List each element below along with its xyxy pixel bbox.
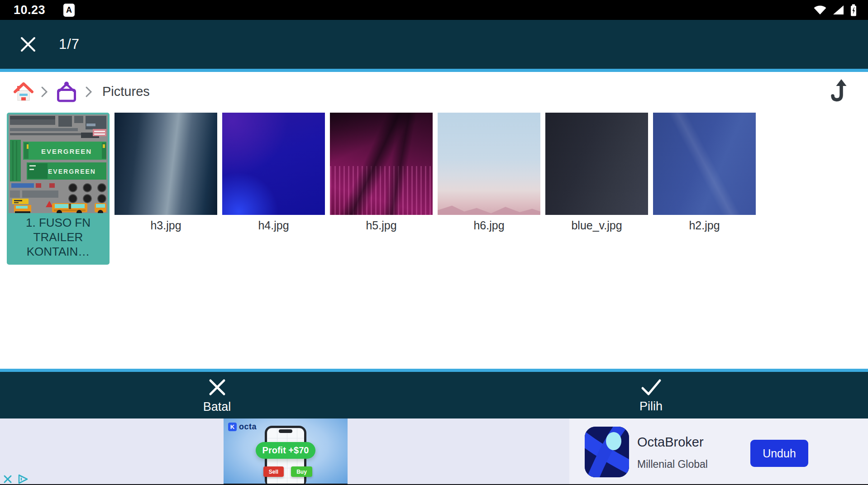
cancel-x-icon <box>207 377 228 398</box>
selected-file-label: 1. FUSO FN TRAILER KONTAIN… <box>9 213 108 263</box>
file-name: h3.jpg <box>114 219 217 232</box>
header-accent-line <box>0 69 868 72</box>
file-name: blue_v.jpg <box>545 219 648 232</box>
sell-button: Sell <box>263 466 284 477</box>
svg-text:EVERGREEN: EVERGREEN <box>48 168 96 175</box>
image-thumbnail <box>222 113 325 215</box>
wifi-icon <box>813 5 827 15</box>
gallery-folder-icon[interactable] <box>55 81 78 102</box>
file-name: h6.jpg <box>438 219 540 232</box>
grid-item[interactable]: blue_v.jpg <box>545 113 648 232</box>
file-grid: EVERGREEN EVERGREEN <box>0 111 868 369</box>
battery-charging-icon <box>850 4 857 17</box>
buy-button: Buy <box>291 466 312 477</box>
current-folder-label[interactable]: Pictures <box>102 84 150 99</box>
svg-text:EVERGREEN: EVERGREEN <box>41 147 92 155</box>
chevron-right-icon <box>85 86 92 98</box>
cellular-signal-icon <box>832 5 844 15</box>
notification-app-icon: A <box>63 4 75 17</box>
octabroker-app-icon[interactable] <box>585 427 629 477</box>
profit-pill: Profit +$70 <box>256 442 315 459</box>
image-thumbnail <box>545 113 648 215</box>
status-bar: 10.23 A <box>0 0 868 20</box>
image-thumbnail <box>438 113 540 215</box>
file-name: h5.jpg <box>330 219 433 232</box>
ad-banner: K octa Profit +$70 Sell Buy OctaBroker M… <box>0 418 868 485</box>
cancel-label: Batal <box>203 400 231 414</box>
octa-badge-icon: K <box>228 423 237 431</box>
image-thumbnail <box>653 113 756 215</box>
selection-counter: 1/7 <box>59 36 80 52</box>
image-thumbnail <box>114 113 217 215</box>
breadcrumb: Pictures <box>0 72 868 111</box>
file-picker-screen: 10.23 A 1/7 <box>0 0 868 485</box>
image-thumbnail <box>330 113 433 215</box>
grid-item[interactable]: h2.jpg <box>653 113 756 232</box>
adchoices-icon[interactable] <box>17 474 29 485</box>
footer-accent-line <box>0 369 868 372</box>
picker-header: 1/7 <box>0 20 868 69</box>
grid-item[interactable]: h4.jpg <box>222 113 325 232</box>
file-name: h4.jpg <box>222 219 325 232</box>
cancel-button[interactable]: Batal <box>0 372 434 418</box>
ad-app-card: OctaBroker Millenial Global Unduh <box>569 418 868 485</box>
selection-frame: EVERGREEN EVERGREEN <box>7 113 110 265</box>
close-button[interactable] <box>14 31 42 58</box>
grid-item[interactable]: h5.jpg <box>330 113 433 232</box>
ad-app-name: OctaBroker <box>637 435 704 450</box>
octa-logo: K octa <box>228 422 257 432</box>
file-name: h2.jpg <box>653 219 756 232</box>
action-bar: Batal Pilih <box>0 372 868 418</box>
chevron-right-icon <box>41 86 48 98</box>
select-label: Pilih <box>639 399 663 414</box>
clock: 10.23 <box>14 3 45 17</box>
grid-item-fuso-livery[interactable]: EVERGREEN EVERGREEN <box>7 113 110 265</box>
ad-creative[interactable]: K octa Profit +$70 Sell Buy <box>224 418 348 485</box>
grid-item[interactable]: h3.jpg <box>114 113 217 232</box>
home-icon[interactable] <box>14 82 33 101</box>
ad-app-publisher: Millenial Global <box>637 458 708 471</box>
ad-choices-controls <box>3 474 29 485</box>
livery-thumbnail: EVERGREEN EVERGREEN <box>9 114 108 213</box>
ad-close-icon[interactable] <box>3 474 13 484</box>
download-cta-button[interactable]: Unduh <box>750 440 808 467</box>
grid-item[interactable]: h6.jpg <box>438 113 540 232</box>
go-up-button[interactable] <box>825 76 853 105</box>
select-button[interactable]: Pilih <box>434 372 868 418</box>
check-icon <box>640 377 663 397</box>
